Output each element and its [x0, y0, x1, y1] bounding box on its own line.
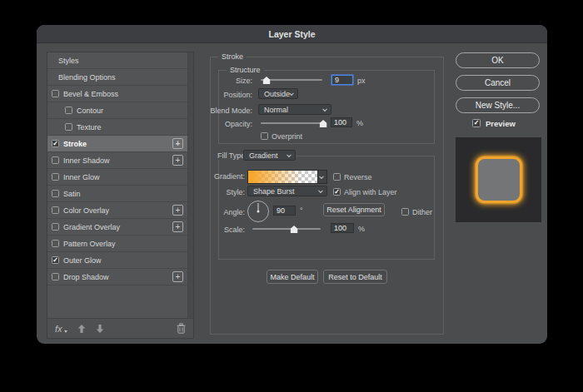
layer-style-dialog: Layer Style Styles Blending Options Beve… — [37, 25, 547, 344]
scale-unit: % — [358, 225, 365, 233]
size-label: Size: — [202, 77, 252, 85]
angle-dial[interactable] — [247, 201, 269, 222]
preview-checkbox[interactable]: ✓ — [472, 119, 481, 127]
sidebar-item-color-overlay[interactable]: Color Overlay + — [47, 202, 193, 219]
sidebar-item-label: Contour — [77, 107, 103, 115]
make-default-button[interactable]: Make Default — [267, 270, 318, 284]
blend-mode-dropdown[interactable]: Normal — [258, 104, 331, 115]
sidebar-item-styles[interactable]: Styles — [47, 52, 193, 69]
style-preview-thumbnail — [456, 137, 541, 222]
checkbox-icon[interactable] — [65, 123, 72, 131]
angle-field[interactable]: 90 — [273, 206, 296, 216]
checkbox-icon[interactable] — [52, 173, 59, 181]
blend-mode-value: Normal — [264, 106, 288, 114]
sidebar-item-contour[interactable]: Contour — [47, 102, 193, 119]
blend-mode-label: Blend Mode: — [202, 107, 252, 115]
sidebar-item-label: Texture — [77, 123, 102, 131]
overprint-label: Overprint — [272, 132, 302, 141]
position-dropdown[interactable]: Outside — [258, 88, 298, 99]
add-effect-icon[interactable]: + — [172, 138, 183, 149]
new-style-button[interactable]: New Style... — [456, 97, 540, 113]
ok-button[interactable]: OK — [456, 52, 540, 68]
scale-field[interactable]: 100 — [331, 223, 354, 233]
angle-dial-center — [257, 211, 260, 213]
checkbox-icon[interactable] — [52, 190, 59, 197]
sidebar-item-inner-glow[interactable]: Inner Glow — [47, 169, 193, 186]
add-effect-icon[interactable]: + — [172, 271, 183, 282]
sidebar-item-texture[interactable]: Texture — [47, 119, 193, 136]
style-value: Shape Burst — [253, 187, 295, 196]
add-effect-icon[interactable]: + — [172, 205, 183, 216]
style-label: Style: — [195, 188, 245, 196]
sidebar-footer: fx — [47, 318, 193, 338]
check-icon: ✓ — [334, 188, 340, 195]
style-dropdown[interactable]: Shape Burst — [247, 186, 327, 196]
gradient-swatch[interactable] — [248, 171, 317, 183]
move-effect-up-icon[interactable] — [77, 324, 86, 334]
chevron-down-icon — [319, 174, 324, 179]
chevron-down-icon — [318, 188, 323, 193]
sidebar-item-bevel-emboss[interactable]: Bevel & Emboss — [47, 86, 193, 102]
angle-unit: ° — [300, 206, 303, 215]
overprint-checkbox[interactable] — [261, 132, 268, 140]
chevron-down-icon — [287, 152, 292, 157]
check-icon: ✓ — [474, 120, 480, 127]
opacity-field[interactable]: 100 — [331, 117, 352, 127]
sidebar-item-drop-shadow[interactable]: Drop Shadow + — [47, 269, 193, 285]
size-field[interactable]: 9 — [331, 75, 353, 85]
cancel-button[interactable]: Cancel — [456, 75, 540, 91]
gradient-picker — [247, 170, 327, 184]
sidebar-item-label: Pattern Overlay — [63, 240, 116, 248]
checkbox-checked-icon[interactable]: ✓ — [52, 256, 59, 264]
chevron-down-icon — [289, 91, 294, 96]
scale-slider[interactable] — [252, 228, 321, 230]
checkbox-checked-icon[interactable]: ✓ — [52, 140, 59, 147]
dither-label: Dither — [412, 208, 432, 216]
scale-label: Scale: — [195, 226, 245, 234]
checkbox-icon[interactable] — [52, 206, 59, 214]
sidebar-item-label: Drop Shadow — [63, 273, 109, 281]
checkbox-icon[interactable] — [52, 223, 59, 231]
reset-alignment-button[interactable]: Reset Alignment — [323, 203, 385, 216]
align-with-layer-label: Align with Layer — [344, 188, 397, 196]
dialog-titlebar[interactable]: Layer Style — [37, 25, 547, 43]
size-slider[interactable] — [261, 79, 322, 81]
checkbox-icon[interactable] — [52, 90, 59, 97]
gradient-dropdown-button[interactable] — [317, 171, 326, 183]
fx-menu-button[interactable]: fx — [55, 324, 62, 334]
sidebar-item-pattern-overlay[interactable]: Pattern Overlay — [47, 236, 193, 252]
fill-type-dropdown[interactable]: Gradient — [243, 150, 296, 161]
sidebar-item-blending-options[interactable]: Blending Options — [47, 69, 193, 86]
sidebar-item-stroke[interactable]: ✓ Stroke + — [47, 136, 193, 152]
dither-checkbox[interactable] — [401, 208, 409, 216]
sidebar-item-label: Inner Glow — [63, 173, 100, 181]
sidebar-item-inner-shadow[interactable]: Inner Shadow + — [47, 152, 193, 169]
reverse-checkbox[interactable] — [333, 173, 341, 181]
opacity-label: Opacity: — [202, 120, 252, 128]
sidebar-scrollbar[interactable] — [187, 52, 193, 318]
check-icon: ✓ — [52, 140, 58, 146]
add-effect-icon[interactable]: + — [172, 221, 183, 232]
sidebar-item-label: Blending Options — [58, 73, 116, 82]
delete-effect-icon[interactable] — [177, 323, 186, 334]
fx-menu-caret-icon — [64, 330, 67, 333]
sidebar-item-label: Gradient Overlay — [63, 223, 120, 231]
add-effect-icon[interactable]: + — [172, 155, 183, 166]
checkbox-icon[interactable] — [65, 107, 72, 114]
gradient-label: Gradient: — [195, 172, 245, 181]
opacity-unit: % — [356, 119, 363, 127]
checkbox-icon[interactable] — [52, 156, 59, 164]
dialog-title: Layer Style — [268, 29, 315, 39]
sidebar-item-satin[interactable]: Satin — [47, 186, 193, 202]
sidebar-item-gradient-overlay[interactable]: Gradient Overlay + — [47, 219, 193, 236]
reset-to-default-button[interactable]: Reset to Default — [323, 270, 387, 284]
move-effect-down-icon[interactable] — [96, 324, 104, 334]
sidebar-item-outer-glow[interactable]: ✓ Outer Glow — [47, 252, 193, 269]
opacity-slider[interactable] — [261, 122, 326, 124]
reverse-label: Reverse — [344, 173, 372, 181]
checkbox-icon[interactable] — [52, 240, 59, 247]
sidebar-item-label: Styles — [58, 57, 79, 65]
sidebar-item-label: Stroke — [63, 140, 87, 148]
checkbox-icon[interactable] — [52, 273, 59, 280]
align-with-layer-checkbox[interactable]: ✓ — [333, 188, 341, 196]
